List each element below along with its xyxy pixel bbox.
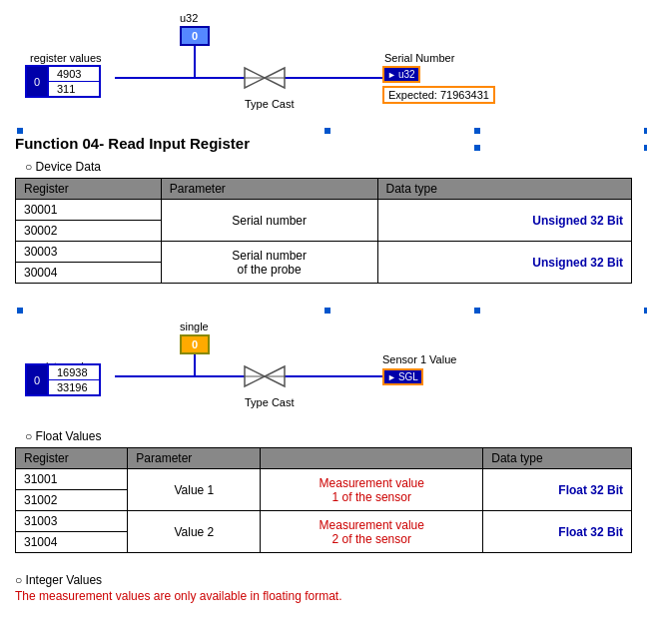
float-table: Register Parameter Data type 31001 Value… [15, 447, 632, 553]
dtype-float32-1: Float 32 Bit [483, 469, 632, 511]
reg-31003: 31003 [16, 511, 128, 532]
sensor-arrow-icon: ► [387, 372, 396, 382]
meas-val1: Measurement value1 of the sensor [261, 469, 483, 511]
blue-dot-1 [17, 128, 23, 134]
serial-number-label: Serial Number [384, 52, 454, 64]
header-parameter: Parameter [161, 179, 377, 200]
dtype-unsigned32-1: Unsigned 32 Bit [377, 200, 632, 242]
integer-section: ○ Integer Values The measurement values … [15, 573, 632, 603]
param-value2: Value 2 [128, 511, 261, 553]
blue-dot-3 [474, 128, 480, 134]
blue-dot-8 [324, 308, 330, 314]
integer-note: The measurement values are only availabl… [15, 589, 632, 603]
reg-30001: 30001 [16, 200, 162, 221]
header-register: Register [16, 179, 162, 200]
reg-31004: 31004 [16, 532, 128, 553]
function-table: Register Parameter Data type 30001 Seria… [15, 178, 632, 284]
device-data-label: ○ Device Data [15, 160, 632, 174]
blue-dot-2 [324, 128, 330, 134]
sensor-box: ► SGL [382, 368, 423, 385]
middle-type-cast-label: Type Cast [245, 396, 295, 408]
sensor-label: Sensor 1 Value [382, 353, 456, 365]
serial-number-value: u32 [398, 69, 415, 80]
float-values-label: ○ Float Values [15, 429, 632, 443]
section-heading: Function 04- Read Input Register [15, 135, 632, 152]
dtype-unsigned32-2: Unsigned 32 Bit [377, 242, 632, 284]
table-header-row: Register Parameter Data type [16, 179, 632, 200]
header-datatype: Data type [377, 179, 632, 200]
reg-30004: 30004 [16, 263, 162, 284]
blue-dot-7 [17, 308, 23, 314]
param-serial-number: Serial number [161, 200, 377, 242]
float-table-header-row: Register Parameter Data type [16, 448, 632, 469]
float-header-datatype: Data type [483, 448, 632, 469]
reg-30002: 30002 [16, 221, 162, 242]
sensor-value: SGL [398, 371, 418, 382]
top-diagram: u32 0 register values 0 4903 311 [15, 10, 632, 125]
table-row: 31001 Value 1 Measurement value1 of the … [16, 469, 632, 490]
float-header-register: Register [16, 448, 128, 469]
serial-number-box: ► u32 [382, 66, 420, 83]
main-container: u32 0 register values 0 4903 311 [0, 0, 647, 613]
reg-31002: 31002 [16, 490, 128, 511]
table-row: 31003 Value 2 Measurement value2 of the … [16, 511, 632, 532]
blue-dot-5 [474, 145, 480, 151]
type-cast-label: Type Cast [245, 98, 295, 110]
arrow-icon: ► [387, 70, 396, 80]
dtype-float32-2: Float 32 Bit [483, 511, 632, 553]
blue-dot-9 [474, 308, 480, 314]
integer-label: ○ Integer Values [15, 573, 632, 587]
table-row: 30003 Serial numberof the probe Unsigned… [16, 242, 632, 263]
float-section: ○ Float Values Register Parameter Data t… [15, 429, 632, 553]
expected-box: Expected: 71963431 [382, 86, 495, 104]
param-serial-probe: Serial numberof the probe [161, 242, 377, 284]
meas-val2: Measurement value2 of the sensor [261, 511, 483, 553]
middle-diagram: single 0 register values 0 16938 33196 T… [15, 319, 632, 423]
top-diagram-svg [15, 10, 434, 120]
function-section: Function 04- Read Input Register ○ Devic… [15, 135, 632, 284]
table-row: 30001 Serial number Unsigned 32 Bit [16, 200, 632, 221]
float-header-col3 [261, 448, 483, 469]
spacer-1 [15, 304, 632, 319]
param-value1: Value 1 [128, 469, 261, 511]
middle-diagram-svg [15, 319, 434, 418]
float-header-parameter: Parameter [128, 448, 261, 469]
reg-30003: 30003 [16, 242, 162, 263]
reg-31001: 31001 [16, 469, 128, 490]
